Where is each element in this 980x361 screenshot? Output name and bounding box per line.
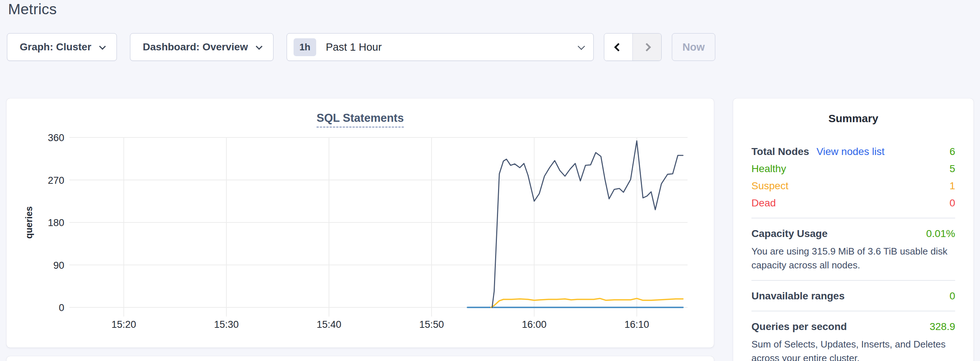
suspect-value: 1 xyxy=(949,179,955,193)
capacity-usage-label: Capacity Usage xyxy=(751,227,828,240)
svg-text:0: 0 xyxy=(59,302,64,313)
summary-title: Summary xyxy=(751,112,955,125)
unavailable-ranges-row: Unavailable ranges 0 xyxy=(751,290,955,302)
suspect-nodes-row: Suspect 1 xyxy=(751,179,955,193)
capacity-usage-row: Capacity Usage 0.01% xyxy=(751,227,955,240)
healthy-nodes-row: Healthy 5 xyxy=(751,162,955,176)
chevron-down-icon xyxy=(99,43,105,50)
chart-title[interactable]: SQL Statements xyxy=(317,112,404,128)
svg-text:16:10: 16:10 xyxy=(624,319,649,330)
divider xyxy=(751,280,955,281)
time-window-pager xyxy=(604,33,662,61)
unavailable-ranges-label: Unavailable ranges xyxy=(751,290,845,302)
page-title: Metrics xyxy=(8,1,57,18)
queries-per-second-label: Queries per second xyxy=(751,320,847,333)
healthy-value: 5 xyxy=(949,162,955,176)
svg-text:360: 360 xyxy=(48,132,64,143)
now-button[interactable]: Now xyxy=(672,33,715,61)
node-status-rows: Total Nodes View nodes list 6 Healthy 5 … xyxy=(751,145,955,210)
svg-text:15:50: 15:50 xyxy=(419,319,444,330)
time-window-dropdown[interactable]: 1h Past 1 Hour xyxy=(286,33,594,61)
sql-statements-chart-card: 09018027036015:2015:3015:4015:5016:0016:… xyxy=(6,98,714,347)
svg-text:15:40: 15:40 xyxy=(317,319,341,330)
time-window-label: Past 1 Hour xyxy=(326,41,578,53)
dead-label: Dead xyxy=(751,196,776,210)
queries-per-second-value: 328.9 xyxy=(930,320,955,333)
svg-text:16:00: 16:00 xyxy=(522,319,547,330)
unavailable-ranges-value: 0 xyxy=(949,290,955,302)
dead-value: 0 xyxy=(949,196,955,210)
svg-text:queries: queries xyxy=(24,206,34,239)
next-chart-card xyxy=(6,356,714,361)
svg-text:90: 90 xyxy=(53,260,64,271)
time-window-badge: 1h xyxy=(294,38,316,56)
prev-timewindow-button[interactable] xyxy=(604,33,633,60)
svg-text:15:20: 15:20 xyxy=(111,319,136,330)
queries-per-second-row: Queries per second 328.9 xyxy=(751,320,955,333)
view-nodes-list-link[interactable]: View nodes list xyxy=(816,145,885,158)
chevron-down-icon xyxy=(578,43,585,50)
capacity-usage-value: 0.01% xyxy=(926,227,955,240)
dashboard-dropdown-label: Dashboard: Overview xyxy=(143,41,248,53)
capacity-usage-description: You are using 315.9 MiB of 3.6 TiB usabl… xyxy=(751,244,955,272)
chevron-left-icon xyxy=(614,43,622,51)
graph-dropdown-label: Graph: Cluster xyxy=(20,41,91,53)
dashboard-dropdown[interactable]: Dashboard: Overview xyxy=(130,33,274,61)
total-nodes-row: Total Nodes View nodes list 6 xyxy=(751,145,955,158)
divider xyxy=(751,311,955,311)
svg-text:270: 270 xyxy=(48,175,64,186)
chart-title-wrap: SQL Statements xyxy=(6,112,714,128)
svg-text:180: 180 xyxy=(48,217,64,228)
metrics-toolbar: Graph: Cluster Dashboard: Overview 1h Pa… xyxy=(7,33,715,61)
summary-panel: Summary Total Nodes View nodes list 6 He… xyxy=(733,98,974,361)
sql-statements-plot[interactable]: 09018027036015:2015:3015:4015:5016:0016:… xyxy=(6,98,714,347)
healthy-label: Healthy xyxy=(751,162,786,176)
suspect-label: Suspect xyxy=(751,179,788,193)
divider xyxy=(751,218,955,218)
chevron-right-icon xyxy=(643,43,651,51)
graph-dropdown[interactable]: Graph: Cluster xyxy=(7,33,117,61)
chevron-down-icon xyxy=(256,43,262,50)
dead-nodes-row: Dead 0 xyxy=(751,196,955,210)
svg-text:15:30: 15:30 xyxy=(214,319,239,330)
total-nodes-value: 6 xyxy=(949,145,955,158)
queries-per-second-description: Sum of Selects, Updates, Inserts, and De… xyxy=(751,337,955,361)
next-timewindow-button[interactable] xyxy=(633,33,661,60)
total-nodes-label: Total Nodes xyxy=(751,145,809,158)
